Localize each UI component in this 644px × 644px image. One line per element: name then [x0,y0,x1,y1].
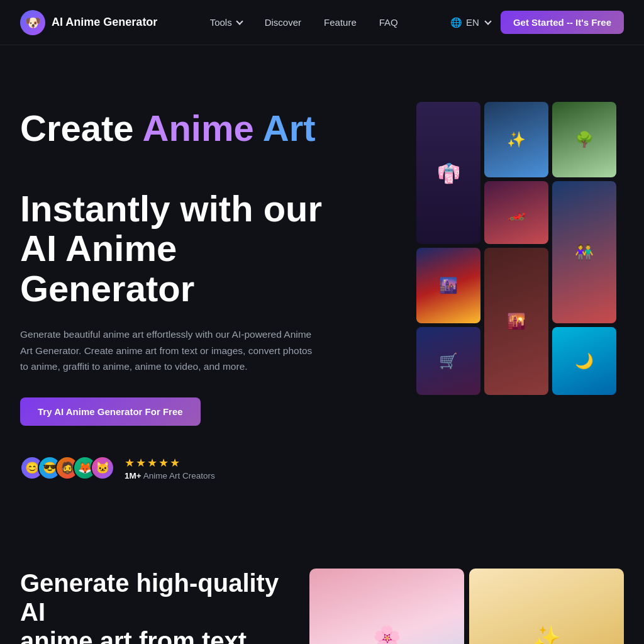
social-proof: 😊 😎 🧔 🦊 🐱 ★★★★★ 1M+ Anime Art Creators [20,456,391,480]
logo[interactable]: 🐶 AI Anime Generator [20,10,157,35]
hero-title-anime: Anime [143,108,254,148]
nav-tools[interactable]: Tools [210,17,242,28]
star-rating: ★★★★★ [125,456,215,470]
section2-images: 🌸 ✨ [309,569,624,644]
anime-image-4: 🏎️ [484,181,548,244]
hero-image-grid: 👘 ✨ 🌳 🏎️ 👫 🌆 🌇 🛒 🌙 [416,96,624,402]
nav-right: 🌐 EN Get Started -- It's Free [450,11,624,34]
section2: Generate high-quality AI anime art from … [0,518,644,644]
anime-image-1: 👘 [416,102,480,244]
avatar: 🐱 [91,456,114,480]
section2-content: Generate high-quality AI anime art from … [20,569,284,644]
hero-title-art: Art [263,108,316,148]
anime-image-8: 🛒 [416,327,480,395]
anime-image-6: 🌆 [416,248,480,323]
user-count: 1M+ Anime Art Creators [125,471,215,480]
hero-description: Generate beautiful anime art effortlessl… [20,326,322,375]
nav-faq[interactable]: FAQ [379,17,398,28]
hero-content: Create Anime Art Instantly with ourAI An… [20,96,391,480]
anime-image-5: 👫 [552,181,616,323]
globe-icon: 🌐 [450,17,462,28]
hero-title-create: Create [20,108,134,148]
chevron-down-icon [236,18,243,25]
get-started-button[interactable]: Get Started -- It's Free [501,11,624,34]
hero-title: Create Anime Art Instantly with ourAI An… [20,108,391,309]
social-text: ★★★★★ 1M+ Anime Art Creators [125,456,215,480]
section2-image-2: ✨ [469,569,624,644]
language-selector[interactable]: 🌐 EN [450,17,491,28]
chevron-down-icon [484,18,491,25]
hero-section: Create Anime Art Instantly with ourAI An… [0,45,644,518]
user-avatars: 😊 😎 🧔 🦊 🐱 [20,456,114,480]
anime-image-2: ✨ [484,102,548,177]
anime-image-3: 🌳 [552,102,616,177]
try-free-button[interactable]: Try AI Anime Generator For Free [20,397,201,426]
anime-image-9: 🌙 [552,327,616,395]
anime-image-7: 🌇 [484,248,548,395]
nav-discover[interactable]: Discover [265,17,301,28]
section2-title: Generate high-quality AI anime art from … [20,569,284,644]
navbar: 🐶 AI Anime Generator Tools Discover Feat… [0,0,644,45]
anime-grid: 👘 ✨ 🌳 🏎️ 👫 🌆 🌇 🛒 🌙 [416,102,616,395]
nav-links: Tools Discover Feature FAQ [210,17,398,28]
section2-image-1: 🌸 [309,569,464,644]
logo-text: AI Anime Generator [52,16,157,29]
hero-title-rest: Instantly with ourAI AnimeGenerator [20,189,391,309]
logo-icon: 🐶 [20,10,45,35]
nav-feature[interactable]: Feature [324,17,357,28]
